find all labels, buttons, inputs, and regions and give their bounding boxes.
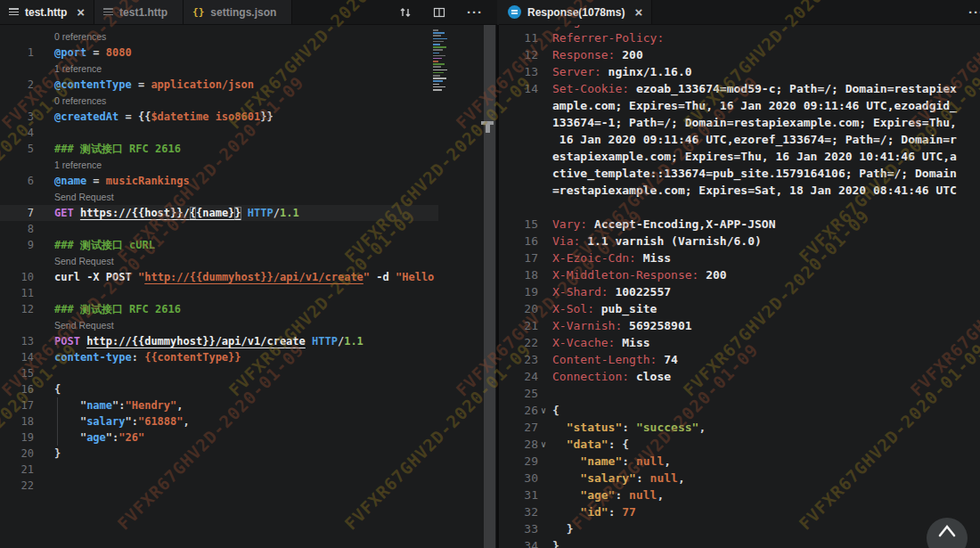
code-line: 20} (0, 446, 438, 462)
code-line: 26∨{ (499, 402, 980, 419)
code-line: 11Referrer-Policy: (499, 29, 980, 46)
line-number: 12 (0, 301, 34, 317)
line-number: 17 (499, 249, 538, 266)
code-line: estapiexample.com; Expires=Thu, 16 Jan 2… (499, 148, 980, 165)
code-line: 16{ (0, 381, 438, 397)
code-line: 4 (0, 125, 438, 141)
code-line: 22X-Vcache: Miss (499, 334, 980, 351)
fold-chevron-icon[interactable]: ∨ (541, 402, 546, 419)
code-line: 34} (499, 537, 980, 548)
code-line: 6@name = musicRankings (0, 173, 438, 189)
code-line: 12### 测试接口 RFC 2616 (0, 301, 438, 317)
line-number: 19 (0, 429, 34, 446)
codelens-link[interactable]: 0 references (0, 93, 438, 109)
line-number: 29 (499, 453, 538, 470)
line-number: 15 (499, 216, 538, 233)
line-number: 1 (0, 45, 34, 61)
code-line: 15 (0, 365, 438, 381)
editor-tab-bar-right: Response(1078ms) × ··· (499, 0, 980, 25)
line-number: 32 (499, 503, 538, 520)
line-number: 24 (499, 368, 538, 385)
code-line: 16Via: 1.1 varnish (Varnish/6.0) (499, 233, 980, 249)
line-number: 11 (0, 285, 34, 301)
code-line: 28∨ "data": { (499, 436, 980, 453)
code-line: 32 "id": 77 (499, 503, 980, 520)
code-line: 13Server: nginx/1.16.0 (499, 63, 980, 80)
line-number: 16 (0, 381, 34, 397)
codelens-link[interactable]: Send Request (0, 253, 438, 269)
response-viewer[interactable]: Pragma:11Referrer-Policy:12Response: 200… (499, 25, 980, 548)
code-line: 31 "age": null, (499, 487, 980, 503)
codelens-link[interactable]: 1 reference (0, 61, 438, 77)
code-area: 0 references1@port = 80801 reference2@co… (0, 25, 438, 548)
code-line: 33 } (499, 520, 980, 537)
code-line: 24Connection: close (499, 368, 980, 385)
json-braces-icon: {} (192, 6, 204, 18)
code-line: ctive_template::133674=pub_site.15791641… (499, 165, 980, 182)
line-number: 15 (0, 365, 34, 381)
fold-chevron-icon[interactable]: ∨ (541, 436, 546, 453)
codelens-link[interactable]: Send Request (0, 189, 438, 205)
line-number: 26 (499, 402, 538, 419)
indent-guide (57, 397, 58, 446)
close-icon[interactable]: × (634, 5, 642, 19)
tab-test-http[interactable]: test.http × (0, 0, 94, 24)
tab-response[interactable]: Response(1078ms) × (499, 0, 652, 24)
line-number: 22 (0, 478, 34, 494)
code-line: 133674=-1; Path=/; Domain=restapiexample… (499, 114, 980, 131)
more-actions-icon[interactable]: ··· (968, 4, 980, 20)
split-editor-icon[interactable] (433, 6, 445, 19)
code-line: =restapiexample.com; Expires=Sat, 18 Jan… (499, 182, 980, 199)
codelens-link[interactable]: 1 reference (0, 157, 438, 173)
tab-label: test.http (25, 6, 67, 19)
line-number: 12 (499, 46, 538, 63)
code-line: 17 "name":"Hendry", (0, 397, 438, 413)
code-line: ample.com; Expires=Thu, 16 Jan 2020 09:1… (499, 97, 980, 114)
line-number: 27 (499, 419, 538, 436)
line-number: 13 (499, 63, 538, 80)
line-number: 11 (499, 29, 538, 46)
codelens-link[interactable]: 0 references (0, 29, 438, 45)
line-number: 21 (0, 462, 34, 478)
line-number: 3 (0, 109, 34, 125)
http-file-icon (103, 8, 113, 16)
line-number: 14 (499, 80, 538, 97)
editor-actions: ··· (399, 0, 497, 24)
code-line: 14Set-Cookie: ezoab_133674=mod59-c; Path… (499, 80, 980, 97)
tab-label: Response(1078ms) (527, 6, 625, 19)
more-actions-icon[interactable]: ··· (467, 4, 483, 20)
code-line: 19 "age":"26" (0, 429, 438, 446)
line-number: 2 (0, 77, 34, 93)
line-number: 20 (0, 446, 34, 462)
line-number: 18 (0, 413, 34, 429)
line-number: 31 (499, 487, 538, 503)
updown-arrows-icon[interactable] (399, 6, 412, 19)
code-line: 21X-Varnish: 569258901 (499, 317, 980, 334)
code-line: 8 (0, 221, 438, 237)
code-line: 5### 测试接口 RFC 2616 (0, 141, 438, 157)
http-file-editor[interactable]: 0 references1@port = 80801 reference2@co… (0, 25, 497, 548)
vertical-scrollbar[interactable] (484, 25, 495, 548)
code-line: 12Response: 200 (499, 46, 980, 63)
http-file-icon (9, 8, 19, 16)
line-number: 20 (499, 300, 538, 317)
vscode-window: test.http × test1.http {} settings.json … (0, 0, 980, 548)
line-number: 4 (0, 125, 34, 141)
close-icon[interactable]: × (77, 5, 85, 19)
code-line: 20X-Sol: pub_site (499, 300, 980, 317)
tab-test1-http[interactable]: test1.http (94, 0, 184, 24)
minimap[interactable] (433, 29, 449, 101)
line-number: 28 (499, 436, 538, 453)
line-number: 17 (0, 397, 34, 413)
tab-label: settings.json (210, 6, 276, 19)
line-number: 16 (499, 233, 538, 249)
tab-settings-json[interactable]: {} settings.json (184, 0, 292, 24)
line-number: 9 (0, 237, 34, 253)
line-number: 22 (499, 334, 538, 351)
codelens-link[interactable]: Send Request (0, 317, 438, 333)
line-number: 6 (0, 173, 34, 189)
code-line: 14content-type: {{contentType}} (0, 349, 438, 365)
code-line: 9### 测试接口 cURL (0, 237, 438, 253)
code-line: 22 (0, 478, 438, 494)
line-number: 10 (0, 269, 34, 285)
